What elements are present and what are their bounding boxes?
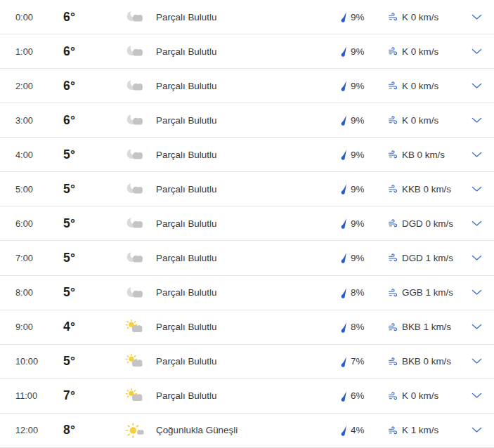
night-partly-cloudy-icon bbox=[125, 216, 156, 231]
hourly-forecast-row[interactable]: 5:00 5° Parçalı Bulutlu 9% KKB 0 km/s bbox=[0, 172, 494, 206]
hourly-forecast-row[interactable]: 6:00 5° Parçalı Bulutlu 9% DGD 0 km/s bbox=[0, 206, 494, 241]
expand-row-button[interactable] bbox=[464, 117, 494, 124]
time-label: 3:00 bbox=[0, 115, 63, 126]
precipitation-cell: 8% bbox=[339, 322, 388, 333]
wind-cell: K 0 km/s bbox=[388, 81, 464, 91]
temperature-value: 6° bbox=[63, 44, 125, 59]
wind-value: GGB 1 km/s bbox=[402, 287, 453, 298]
chevron-down-icon[interactable] bbox=[472, 427, 482, 433]
expand-row-button[interactable] bbox=[464, 48, 494, 55]
wind-cell: K 0 km/s bbox=[388, 390, 464, 401]
raindrop-icon bbox=[339, 356, 347, 367]
expand-row-button[interactable] bbox=[464, 255, 494, 261]
expand-row-button[interactable] bbox=[464, 324, 494, 330]
precipitation-value: 9% bbox=[351, 184, 364, 195]
hourly-forecast-row[interactable]: 9:00 4° Parçalı Bulutlu 8% BKB 1 km/s bbox=[0, 310, 494, 345]
condition-label: Parçalı Bulutlu bbox=[156, 253, 339, 263]
temperature-value: 4° bbox=[63, 319, 125, 334]
chevron-down-icon[interactable] bbox=[472, 117, 482, 124]
wind-icon bbox=[388, 115, 398, 125]
expand-row-button[interactable] bbox=[464, 427, 494, 433]
time-label: 1:00 bbox=[0, 46, 63, 57]
expand-row-button[interactable] bbox=[464, 83, 494, 89]
wind-value: K 0 km/s bbox=[402, 115, 438, 126]
wind-value: KKB 0 km/s bbox=[402, 184, 451, 195]
chevron-down-icon[interactable] bbox=[472, 255, 482, 261]
chevron-down-icon[interactable] bbox=[472, 220, 482, 227]
raindrop-icon bbox=[339, 11, 347, 22]
hourly-forecast-row[interactable]: 8:00 5° Parçalı Bulutlu 8% GGB 1 km/s bbox=[0, 276, 494, 310]
chevron-down-icon[interactable] bbox=[472, 83, 482, 89]
chevron-down-icon[interactable] bbox=[472, 14, 482, 20]
chevron-down-icon[interactable] bbox=[472, 393, 482, 399]
time-label: 5:00 bbox=[0, 184, 63, 195]
expand-row-button[interactable] bbox=[464, 220, 494, 227]
wind-value: BKB 0 km/s bbox=[402, 356, 451, 367]
raindrop-icon bbox=[339, 46, 347, 57]
wind-cell: GGB 1 km/s bbox=[388, 287, 464, 298]
raindrop-icon bbox=[339, 322, 347, 333]
wind-icon bbox=[388, 46, 398, 56]
raindrop-icon bbox=[339, 149, 347, 160]
wind-value: KB 0 km/s bbox=[402, 150, 445, 160]
expand-row-button[interactable] bbox=[464, 358, 494, 364]
hourly-forecast-row[interactable]: 4:00 5° Parçalı Bulutlu 9% KB 0 km/s bbox=[0, 138, 494, 172]
condition-label: Parçalı Bulutlu bbox=[156, 322, 339, 332]
wind-cell: K 1 km/s bbox=[388, 425, 464, 435]
wind-icon bbox=[388, 322, 398, 332]
temperature-value: 8° bbox=[63, 423, 125, 437]
expand-row-button[interactable] bbox=[464, 393, 494, 399]
time-label: 2:00 bbox=[0, 81, 63, 91]
hourly-forecast-row[interactable]: 1:00 6° Parçalı Bulutlu 9% K 0 km/s bbox=[0, 34, 494, 69]
hourly-forecast-row[interactable]: 12:00 8° Çoğunlukla Güneşli 4% K 1 km/s bbox=[0, 414, 494, 448]
hourly-forecast-row[interactable]: 11:00 7° Parçalı Bulutlu 6% K 0 km/s bbox=[0, 379, 494, 414]
chevron-down-icon[interactable] bbox=[472, 324, 482, 330]
chevron-down-icon[interactable] bbox=[472, 289, 482, 296]
temperature-value: 6° bbox=[63, 79, 125, 93]
precipitation-cell: 9% bbox=[339, 80, 388, 91]
condition-label: Parçalı Bulutlu bbox=[156, 46, 339, 57]
expand-row-button[interactable] bbox=[464, 14, 494, 20]
temperature-value: 5° bbox=[63, 354, 125, 369]
chevron-down-icon[interactable] bbox=[472, 152, 482, 158]
wind-cell: KB 0 km/s bbox=[388, 150, 464, 160]
hourly-forecast-row[interactable]: 0:00 6° Parçalı Bulutlu 9% K 0 km/s bbox=[0, 0, 494, 34]
day-partly-cloudy-icon bbox=[125, 354, 156, 369]
expand-row-button[interactable] bbox=[464, 289, 494, 296]
precipitation-cell: 9% bbox=[339, 114, 388, 126]
condition-label: Parçalı Bulutlu bbox=[156, 356, 339, 367]
day-partly-cloudy-icon bbox=[125, 388, 156, 404]
expand-row-button[interactable] bbox=[464, 186, 494, 192]
temperature-value: 5° bbox=[63, 251, 125, 265]
temperature-value: 6° bbox=[63, 113, 125, 128]
expand-row-button[interactable] bbox=[464, 152, 494, 158]
precipitation-value: 9% bbox=[351, 12, 364, 22]
chevron-down-icon[interactable] bbox=[472, 186, 482, 192]
temperature-value: 7° bbox=[63, 388, 125, 403]
condition-label: Parçalı Bulutlu bbox=[156, 287, 339, 298]
wind-icon bbox=[388, 426, 398, 435]
wind-cell: K 0 km/s bbox=[388, 115, 464, 126]
wind-icon bbox=[388, 218, 398, 228]
precipitation-value: 7% bbox=[351, 356, 364, 367]
condition-label: Parçalı Bulutlu bbox=[156, 218, 339, 229]
night-partly-cloudy-icon bbox=[125, 250, 156, 265]
wind-value: K 0 km/s bbox=[402, 390, 438, 401]
hourly-forecast-row[interactable]: 3:00 6° Parçalı Bulutlu 9% K 0 km/s bbox=[0, 103, 494, 138]
condition-label: Parçalı Bulutlu bbox=[156, 12, 339, 22]
precipitation-cell: 9% bbox=[339, 252, 388, 263]
hourly-forecast-row[interactable]: 2:00 6° Parçalı Bulutlu 9% K 0 km/s bbox=[0, 69, 494, 103]
chevron-down-icon[interactable] bbox=[472, 48, 482, 55]
precipitation-cell: 9% bbox=[339, 218, 388, 229]
night-partly-cloudy-icon bbox=[125, 44, 156, 59]
precipitation-value: 8% bbox=[351, 287, 364, 298]
wind-cell: BKB 1 km/s bbox=[388, 322, 464, 332]
hourly-forecast-row[interactable]: 7:00 5° Parçalı Bulutlu 9% DGD 1 km/s bbox=[0, 241, 494, 275]
chevron-down-icon[interactable] bbox=[472, 358, 482, 364]
hourly-forecast-row[interactable]: 10:00 5° Parçalı Bulutlu 7% BKB 0 km/s bbox=[0, 345, 494, 379]
condition-label: Çoğunlukla Güneşli bbox=[156, 425, 339, 435]
wind-value: K 0 km/s bbox=[402, 12, 438, 22]
night-partly-cloudy-icon bbox=[125, 181, 156, 197]
night-partly-cloudy-icon bbox=[125, 147, 156, 162]
precipitation-value: 9% bbox=[351, 150, 364, 160]
